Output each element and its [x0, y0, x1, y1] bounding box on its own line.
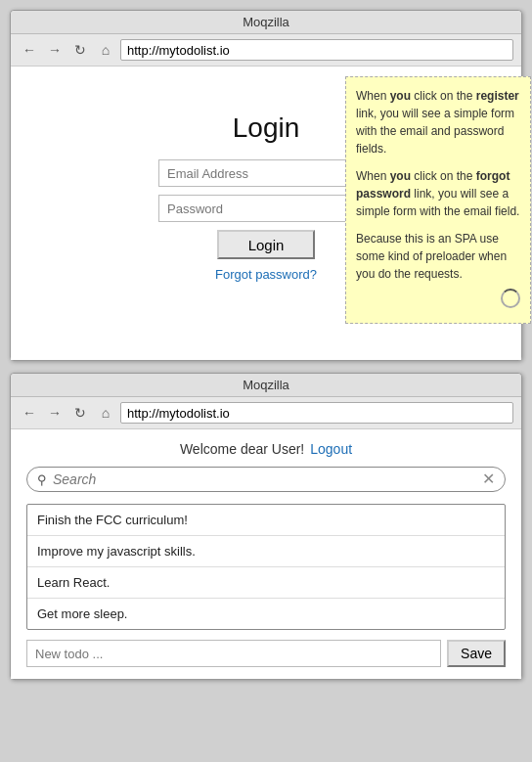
browser-title-1: Moqzilla — [11, 11, 521, 34]
new-todo-row: Save — [26, 640, 506, 667]
email-field[interactable] — [158, 159, 374, 187]
browser-toolbar-2: ← → ↻ ⌂ — [11, 397, 521, 429]
forward-button-2[interactable]: → — [44, 402, 66, 424]
back-button-2[interactable]: ← — [19, 402, 40, 424]
url-bar-2[interactable] — [120, 402, 513, 424]
browser-toolbar-1: ← → ↻ ⌂ — [11, 34, 521, 67]
note-para-1: When you click on the register link, you… — [356, 87, 520, 157]
note-para-3: Because this is an SPA use some kind of … — [356, 230, 520, 283]
new-todo-input[interactable] — [26, 640, 441, 667]
browser-content-todo: Welcome dear User! Logout ⚲ ✕ Finish the… — [11, 429, 521, 679]
search-input[interactable] — [53, 471, 482, 487]
browser-title-2: Moqzilla — [11, 374, 521, 397]
logout-link[interactable]: Logout — [310, 441, 352, 457]
search-icon: ⚲ — [37, 472, 47, 487]
browser-content-login: Register | Login Login Login Forgot pass… — [11, 67, 521, 360]
todo-item[interactable]: Finish the FCC curriculum! — [27, 505, 505, 536]
search-bar: ⚲ ✕ — [26, 467, 506, 492]
back-button[interactable]: ← — [19, 39, 40, 61]
login-button[interactable]: Login — [217, 230, 315, 259]
search-clear-icon[interactable]: ✕ — [482, 471, 495, 487]
forward-button[interactable]: → — [44, 39, 66, 61]
spinner-area — [356, 289, 520, 313]
password-field[interactable] — [158, 195, 374, 222]
loading-spinner — [501, 289, 520, 308]
note-box: When you click on the register link, you… — [345, 76, 531, 324]
note-para-2: When you click on the forgot password li… — [356, 167, 520, 220]
todo-item[interactable]: Learn React. — [27, 567, 505, 599]
welcome-bar: Welcome dear User! Logout — [26, 441, 506, 457]
refresh-button-2[interactable]: ↻ — [69, 402, 91, 424]
browser-window-todo: Moqzilla ← → ↻ ⌂ Welcome dear User! Logo… — [10, 373, 522, 680]
welcome-text: Welcome dear User! — [180, 441, 304, 457]
url-bar-1[interactable] — [120, 39, 513, 61]
refresh-button[interactable]: ↻ — [69, 39, 91, 61]
todo-item[interactable]: Get more sleep. — [27, 599, 505, 629]
todo-item[interactable]: Improve my javascript skills. — [27, 536, 505, 567]
home-button-2[interactable]: ⌂ — [95, 402, 116, 424]
save-button[interactable]: Save — [447, 640, 506, 667]
todo-list: Finish the FCC curriculum! Improve my ja… — [26, 504, 506, 630]
home-button[interactable]: ⌂ — [95, 39, 116, 61]
browser-window-login: Moqzilla ← → ↻ ⌂ Register | Login Login … — [10, 10, 522, 361]
